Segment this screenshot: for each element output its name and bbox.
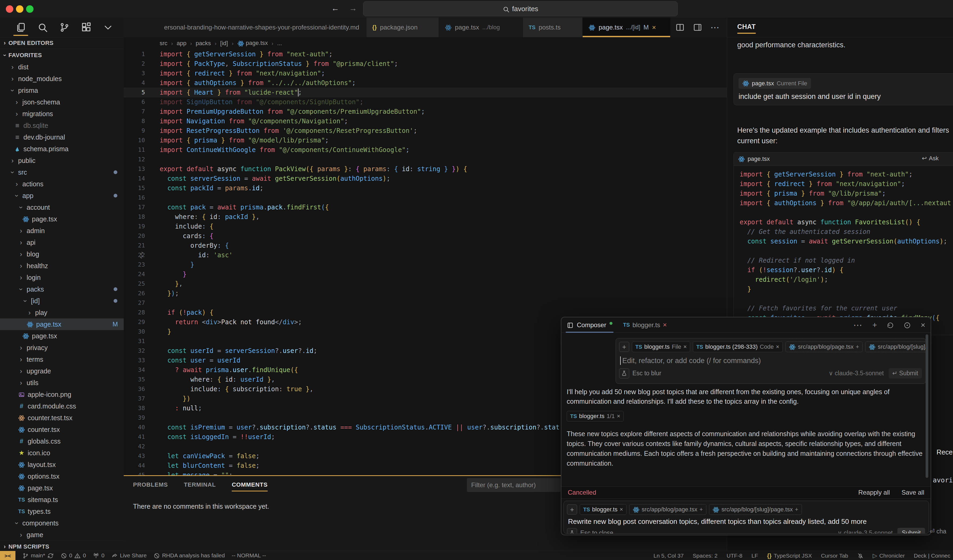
more-actions-icon[interactable]: ⋯ xyxy=(710,22,720,33)
tree-item-[id][interactable]: ›[id] xyxy=(0,295,124,307)
target-icon[interactable] xyxy=(903,321,911,329)
beaker-icon[interactable] xyxy=(567,528,577,534)
context-chip[interactable]: TSblogger.ts× xyxy=(580,504,627,515)
comments-filter-input[interactable] xyxy=(467,478,560,492)
submit-button[interactable]: Submit xyxy=(897,528,925,534)
tree-item-game[interactable]: ›game xyxy=(0,529,124,541)
chevron-down-icon[interactable] xyxy=(102,20,114,34)
context-chip[interactable]: src/app/blog/[slug]/page.tsx+ xyxy=(709,504,802,515)
composer-scrollbar[interactable] xyxy=(926,334,928,478)
status-item[interactable] xyxy=(857,552,864,559)
close-icon[interactable]: × xyxy=(663,321,667,329)
tree-item-dist[interactable]: ›dist xyxy=(0,61,124,73)
close-window-button[interactable] xyxy=(6,5,13,13)
tree-item-packs[interactable]: ›packs xyxy=(0,283,124,295)
status-item[interactable]: 00 xyxy=(61,552,86,559)
tree-item-account[interactable]: ›account xyxy=(0,201,124,213)
status-item[interactable]: -- NORMAL -- xyxy=(232,552,266,558)
tree-item-migrations[interactable]: ›migrations xyxy=(0,108,124,120)
tree-item-sitemap.ts[interactable]: TSsitemap.ts xyxy=(0,494,124,506)
tree-item-globals.css[interactable]: #globals.css xyxy=(0,435,124,447)
remote-indicator[interactable]: >< xyxy=(0,551,16,560)
model-selector[interactable]: ∨ claude-3.5-sonnet xyxy=(829,370,883,377)
context-chip[interactable]: src/app/blog/page.tsx+ xyxy=(629,504,706,515)
tree-item-actions[interactable]: ›actions xyxy=(0,178,124,190)
new-composer-icon[interactable]: + xyxy=(872,320,877,330)
tree-item-types.ts[interactable]: TStypes.ts xyxy=(0,506,124,517)
tree-item-api[interactable]: ›api xyxy=(0,237,124,248)
breadcrumb-item[interactable]: [id] xyxy=(220,40,228,47)
tree-item-page.tsx[interactable]: page.tsx xyxy=(0,213,124,225)
close-icon[interactable]: × xyxy=(920,320,925,330)
model-selector[interactable]: ∨ claude-3.5-sonnet xyxy=(838,529,892,534)
more-actions-icon[interactable]: ⋯ xyxy=(853,320,863,330)
composer-input-bottom[interactable]: +TSblogger.ts×src/app/blog/page.tsx+src/… xyxy=(563,501,929,534)
tree-item-healthz[interactable]: ›healthz xyxy=(0,260,124,272)
tab-package.json[interactable]: {}package.json xyxy=(366,17,439,37)
tree-item-blog[interactable]: ›blog xyxy=(0,248,124,260)
composer-file-tab[interactable]: TS blogger.ts × xyxy=(623,321,667,329)
favorites-section[interactable]: › FAVORITES xyxy=(0,50,124,61)
history-icon[interactable] xyxy=(886,321,894,329)
tab-ersonal-branding-how-narrative-shapes-your-professional-identity.md[interactable]: ersonal-branding-how-narrative-shapes-yo… xyxy=(124,17,366,37)
composer-file-chip[interactable]: TS blogger.ts 1/1 × xyxy=(567,411,624,422)
ask-button[interactable]: ↩Ask xyxy=(922,155,939,162)
status-item[interactable]: RHDA analysis has failed xyxy=(154,552,225,559)
tree-item-utils[interactable]: ›utils xyxy=(0,377,124,388)
status-item[interactable]: Deck | Connec xyxy=(914,552,950,559)
chat-tab[interactable]: CHAT xyxy=(737,23,756,31)
add-context-button[interactable]: + xyxy=(619,342,629,352)
zoom-window-button[interactable] xyxy=(26,5,34,13)
tab-posts.ts[interactable]: TSposts.ts xyxy=(523,17,583,37)
tree-item-prisma[interactable]: ›prisma xyxy=(0,85,124,96)
status-item[interactable]: Live Share xyxy=(112,552,147,559)
minimize-window-button[interactable] xyxy=(16,5,23,13)
close-icon[interactable]: × xyxy=(617,413,621,420)
tree-item-apple-icon.png[interactable]: apple-icon.png xyxy=(0,388,124,400)
tree-item-schema.prisma[interactable]: schema.prisma xyxy=(0,143,124,155)
tree-item-login[interactable]: ›login xyxy=(0,272,124,283)
context-chip[interactable]: src/app/blog/page.tsx+ xyxy=(785,342,863,352)
tree-item-play[interactable]: ›play xyxy=(0,307,124,319)
tree-item-app[interactable]: ›app xyxy=(0,190,124,201)
source-control-icon[interactable] xyxy=(59,20,70,34)
save-all-button[interactable]: Save all xyxy=(902,489,924,496)
reapply-all-button[interactable]: Reapply all xyxy=(858,489,890,496)
tree-item-dev.db-journal[interactable]: ≡dev.db-journal xyxy=(0,131,124,143)
tree-item-page.tsx[interactable]: page.tsx xyxy=(0,482,124,494)
context-chip[interactable]: TSblogger.tsFile× xyxy=(632,342,690,352)
tab-page.tsx[interactable]: page.tsx.../[id]M× xyxy=(583,17,671,37)
tree-item-page.tsx[interactable]: page.tsx xyxy=(0,330,124,342)
status-item[interactable]: main* xyxy=(22,552,54,559)
extensions-icon[interactable] xyxy=(80,20,92,34)
tab-page.tsx[interactable]: page.tsx.../blog xyxy=(439,17,523,37)
search-icon[interactable] xyxy=(37,20,48,34)
navigate-forward-button[interactable]: → xyxy=(349,4,357,13)
breadcrumb-item[interactable]: src xyxy=(160,40,168,47)
beaker-icon[interactable] xyxy=(619,368,629,379)
close-icon[interactable]: × xyxy=(619,506,623,513)
tree-item-layout.tsx[interactable]: layout.tsx xyxy=(0,459,124,470)
close-icon[interactable]: × xyxy=(683,343,687,350)
close-icon[interactable]: × xyxy=(776,343,779,350)
add-context-button[interactable]: + xyxy=(567,504,577,515)
tree-item-src[interactable]: ›src xyxy=(0,166,124,178)
tree-item-counter.test.tsx[interactable]: counter.test.tsx xyxy=(0,412,124,424)
split-editor-icon[interactable] xyxy=(675,23,685,32)
breadcrumb-item[interactable]: app xyxy=(177,40,186,47)
tree-item-options.tsx[interactable]: options.tsx xyxy=(0,470,124,482)
status-item[interactable]: UTF-8 xyxy=(726,552,743,559)
status-item[interactable]: Spaces: 2 xyxy=(693,552,717,559)
tree-item-card.module.css[interactable]: #card.module.css xyxy=(0,400,124,412)
tree-item-privacy[interactable]: ›privacy xyxy=(0,342,124,353)
tree-item-terms[interactable]: ›terms xyxy=(0,353,124,365)
composer-tab[interactable]: Composer xyxy=(567,317,612,333)
context-chip[interactable]: TSblogger.ts (298-333)Code× xyxy=(693,342,783,352)
context-chip[interactable]: src/app/blog/[slug]/pa xyxy=(865,342,926,352)
panel-tab-terminal[interactable]: TERMINAL xyxy=(184,478,216,492)
status-item[interactable]: ▷Chronicler xyxy=(873,552,905,559)
tree-item-counter.tsx[interactable]: counter.tsx xyxy=(0,424,124,435)
tree-item-components[interactable]: ›components xyxy=(0,517,124,529)
tree-item-page.tsx[interactable]: page.tsxM xyxy=(0,319,124,330)
command-center-search[interactable]: favorites xyxy=(363,2,678,16)
